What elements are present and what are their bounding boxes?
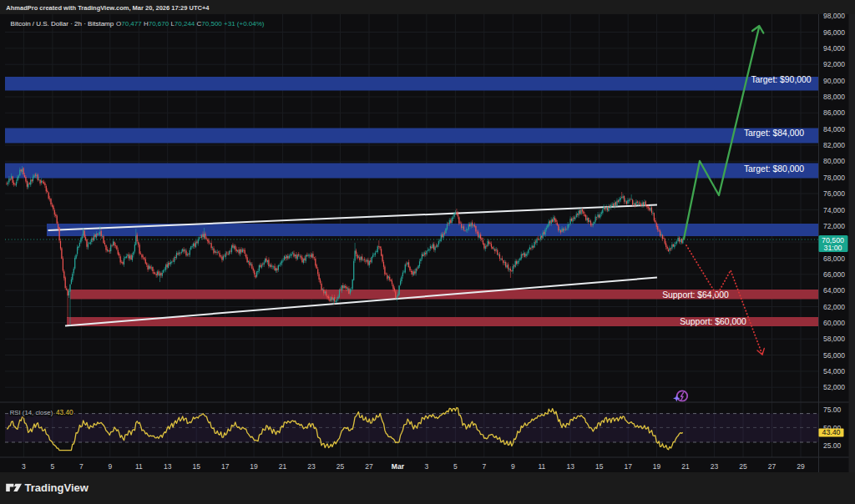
svg-text:58,000: 58,000 (823, 335, 845, 343)
svg-text:76,000: 76,000 (823, 189, 845, 198)
svg-text:43.40: 43.40 (56, 409, 73, 416)
svg-text:19: 19 (653, 462, 661, 471)
svg-text:11: 11 (135, 462, 143, 471)
svg-text:Target: $84,000: Target: $84,000 (744, 129, 804, 138)
svg-text:66,000: 66,000 (823, 270, 845, 279)
svg-text:5: 5 (51, 462, 55, 471)
svg-text:AhmadPro created with TradingV: AhmadPro created with TradingView.com, M… (6, 4, 210, 12)
svg-text:62,000: 62,000 (823, 303, 845, 311)
svg-text:9: 9 (108, 462, 112, 471)
svg-text:7: 7 (482, 462, 486, 471)
svg-text:25: 25 (336, 462, 345, 471)
svg-text:3: 3 (22, 462, 26, 471)
svg-text:74,000: 74,000 (823, 206, 845, 214)
svg-text:25: 25 (739, 462, 747, 471)
svg-text:92,000: 92,000 (823, 60, 845, 68)
svg-text:13: 13 (164, 462, 172, 471)
svg-text:RSI (14, close): RSI (14, close) (10, 409, 53, 416)
svg-text:27: 27 (365, 462, 373, 471)
svg-text:88,000: 88,000 (823, 93, 845, 101)
svg-text:25.00: 25.00 (823, 441, 842, 450)
svg-text:68,000: 68,000 (823, 255, 845, 263)
svg-text:90,000: 90,000 (823, 77, 845, 85)
svg-text:Bitcoin / U.S. Dollar · 2h · B: Bitcoin / U.S. Dollar · 2h · Bitstamp (11, 20, 114, 28)
svg-text:82,000: 82,000 (823, 141, 845, 149)
svg-text:21: 21 (279, 462, 287, 471)
svg-text:72,000: 72,000 (823, 222, 845, 230)
svg-text:15: 15 (192, 462, 200, 471)
svg-text:5: 5 (453, 462, 458, 471)
svg-text:43.40: 43.40 (822, 428, 840, 436)
svg-text:86,000: 86,000 (823, 108, 845, 117)
svg-text:Target: $90,000: Target: $90,000 (751, 75, 811, 84)
svg-text:O70,477 H70,670 L70,244 C70: O70,477 H70,670 L70,244 C70,500 +31 (+0.… (116, 20, 265, 28)
svg-text:3: 3 (425, 462, 429, 471)
svg-text:60,000: 60,000 (823, 319, 845, 327)
svg-text:84,000: 84,000 (823, 125, 845, 134)
svg-text:TradingView: TradingView (25, 481, 89, 494)
svg-text:Support: $64,000: Support: $64,000 (662, 290, 729, 300)
svg-text:98,000: 98,000 (823, 12, 845, 20)
svg-text:Support: $60,000: Support: $60,000 (680, 317, 746, 326)
svg-text:64,000: 64,000 (823, 286, 845, 295)
svg-text:94,000: 94,000 (823, 44, 845, 53)
svg-text:52,000: 52,000 (823, 383, 845, 391)
svg-text:9: 9 (511, 462, 515, 471)
svg-text:96,000: 96,000 (823, 28, 845, 37)
svg-text:29: 29 (797, 462, 805, 471)
svg-text:80,000: 80,000 (823, 157, 845, 165)
svg-text:19: 19 (250, 462, 258, 471)
svg-text:Mar: Mar (392, 462, 405, 471)
svg-text:75.00: 75.00 (823, 406, 842, 414)
svg-text:15: 15 (595, 462, 604, 471)
svg-text:11: 11 (538, 462, 545, 471)
svg-text:23: 23 (711, 462, 719, 471)
svg-text:27: 27 (768, 462, 777, 471)
svg-text:78,000: 78,000 (823, 174, 845, 182)
svg-text:Target: $80,000: Target: $80,000 (744, 164, 804, 174)
svg-text:17: 17 (221, 462, 230, 471)
svg-text:17: 17 (624, 462, 632, 471)
svg-text:21: 21 (681, 462, 690, 471)
svg-text:31:00: 31:00 (823, 244, 842, 252)
svg-text:13: 13 (566, 462, 574, 471)
svg-text:7: 7 (79, 462, 83, 471)
svg-text:54,000: 54,000 (823, 367, 845, 375)
svg-text:23: 23 (307, 462, 316, 471)
svg-text:56,000: 56,000 (823, 351, 845, 360)
